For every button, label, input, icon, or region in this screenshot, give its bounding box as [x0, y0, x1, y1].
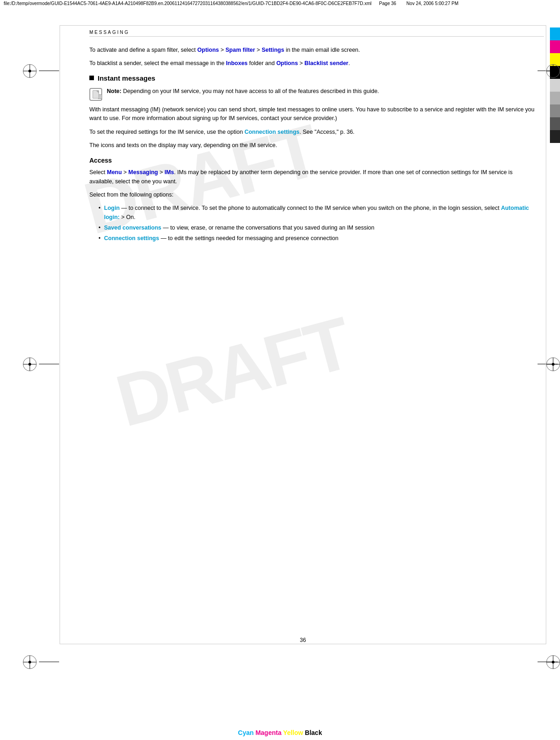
link-inboxes: Inboxes: [226, 60, 247, 66]
reg-mark-bot-left: [23, 655, 37, 669]
date-label: Nov 24, 2006 5:00:27 PM: [406, 1, 458, 6]
reg-mark-mid-left: [23, 357, 37, 371]
options-bullet-list: Login — to connect to the IM service. To…: [89, 204, 537, 243]
draft-watermark-bottom: DRAFT: [108, 301, 358, 444]
para6-gt1: >: [122, 169, 128, 175]
swatch-gray4: [550, 117, 560, 130]
right-vertical-rule: [546, 25, 546, 644]
link-options-2: Options: [276, 60, 298, 66]
para4-start: To set the required settings for the IM …: [89, 129, 244, 135]
bullet3-rest: — to edit the settings needed for messag…: [159, 235, 338, 241]
link-blacklist-sender: Blacklist sender: [304, 60, 348, 66]
link-options-1: Options: [198, 47, 219, 53]
note-body: Depending on your IM service, you may no…: [121, 88, 379, 94]
heading-instant-text: Instant messages: [98, 73, 155, 83]
file-path-bar: file:/D:/temp/overmode/GUID-E1544AC5-706…: [0, 0, 560, 7]
cmyk-cyan: Cyan: [238, 729, 253, 736]
para1-gt1: >: [219, 47, 225, 53]
page-number: 36: [60, 637, 546, 731]
bullet-saved-conversations: Saved conversations — to view, erase, or…: [99, 224, 537, 232]
para-blacklist: To blacklist a sender, select the email …: [89, 59, 537, 68]
link-spam-filter: Spam filter: [225, 47, 255, 53]
hrule-left-top: [39, 71, 59, 71]
cmyk-black: Black: [305, 729, 322, 736]
color-swatches: [550, 27, 560, 143]
hrule-left-mid: [39, 364, 59, 364]
link-connection-settings-bullet: Connection settings: [104, 235, 159, 241]
para1-end: in the main email idle screen.: [284, 47, 360, 53]
top-horizontal-rule: [60, 25, 546, 26]
cmyk-label: Cyan Magenta Yellow Black: [0, 729, 560, 736]
note-icon: [89, 88, 102, 101]
link-menu: Menu: [107, 169, 122, 175]
bullet1-period: .: [134, 214, 135, 220]
note-box: Note: Depending on your IM service, you …: [89, 87, 537, 101]
bullet1-on: > On: [120, 214, 134, 220]
reg-mark-mid-right: [546, 357, 560, 371]
bullet1-rest: — to connect to the IM service. To set t…: [120, 205, 501, 211]
swatch-gray1: [550, 79, 560, 92]
note-text: Note: Depending on your IM service, you …: [107, 87, 379, 96]
page-label: Page 36: [379, 1, 396, 6]
text-content-area: To activate and define a spam filter, se…: [89, 46, 537, 248]
reg-mark-top-left: [23, 64, 37, 78]
para2-start: To blacklist a sender, select the email …: [89, 60, 226, 66]
heading-access: Access: [89, 156, 537, 166]
link-connection-settings: Connection settings: [244, 129, 299, 135]
section-label: Messaging: [89, 30, 130, 35]
bullet-login: Login — to connect to the IM service. To…: [99, 204, 537, 222]
para2-mid: folder and: [247, 60, 276, 66]
cmyk-yellow: Yellow: [283, 729, 303, 736]
swatch-cyan: [550, 27, 560, 40]
para-im-description: With instant messaging (IM) (network ser…: [89, 105, 537, 123]
hrule-left-bot: [39, 662, 59, 662]
reg-mark-bot-right: [546, 655, 560, 669]
para-spam-filter: To activate and define a spam filter, se…: [89, 46, 537, 55]
para-select-menu: Select Menu > Messaging > IMs. IMs may b…: [89, 168, 537, 186]
link-saved-conversations: Saved conversations: [104, 225, 161, 231]
para6-start: Select: [89, 169, 107, 175]
para6-gt2: >: [158, 169, 165, 175]
para-connection-settings: To set the required settings for the IM …: [89, 128, 537, 137]
link-settings-1: Settings: [262, 47, 284, 53]
heading-square-icon: [89, 76, 94, 80]
hrule-right-top: [538, 71, 558, 71]
swatch-gray2: [550, 92, 560, 104]
bullet-connection-settings: Connection settings — to edit the settin…: [99, 234, 537, 243]
para1-gt2: >: [255, 47, 262, 53]
para1-text: To activate and define a spam filter, se…: [89, 47, 198, 53]
note-icon-inner: [93, 90, 99, 99]
section-horizontal-rule: [89, 36, 544, 37]
link-messaging: Messaging: [128, 169, 158, 175]
heading-instant-messages: Instant messages: [89, 73, 537, 83]
hrule-right-mid: [538, 364, 558, 364]
swatch-magenta: [550, 40, 560, 53]
filepath-text: file:/D:/temp/overmode/GUID-E1544AC5-706…: [4, 1, 372, 6]
left-vertical-rule: [60, 25, 60, 644]
cmyk-magenta: Magenta: [255, 729, 281, 736]
reg-mark-top-right: [546, 64, 560, 78]
note-label: Note:: [107, 88, 121, 94]
para2-end: >: [298, 60, 304, 66]
para4-end: . See "Access," p. 36.: [300, 129, 355, 135]
para2-period: .: [348, 60, 350, 66]
para-select-options: Select from the following options:: [89, 191, 537, 199]
swatch-gray5: [550, 130, 560, 143]
link-login: Login: [104, 205, 120, 211]
link-ims: IMs: [165, 169, 174, 175]
swatch-gray3: [550, 104, 560, 117]
bullet2-rest: — to view, erase, or rename the conversa…: [161, 225, 374, 231]
para-icons-vary: The icons and texts on the display may v…: [89, 141, 537, 150]
